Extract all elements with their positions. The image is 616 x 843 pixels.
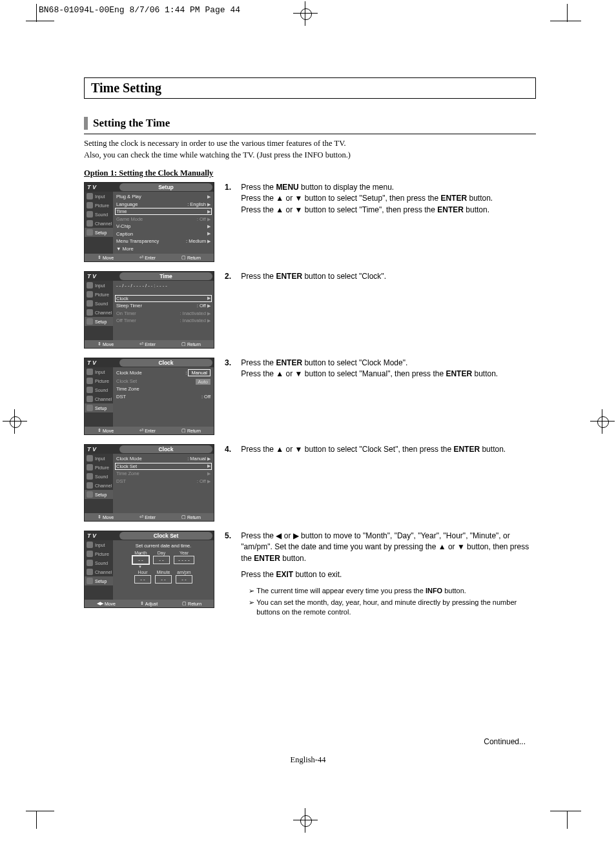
registration-mark-right	[594, 413, 611, 430]
note: You can set the month, day, year, hour, …	[249, 598, 535, 618]
option-title: Option 1: Setting the Clock Manually	[84, 168, 536, 178]
tv-screenshot-setup: T VSetup Input Picture Sound Channel Set…	[84, 182, 213, 262]
subsection-title: Setting the Time	[84, 117, 536, 130]
crop-mark	[550, 811, 581, 811]
tv-screenshot-time: T VTime Input Picture Sound Channel Setu…	[84, 271, 213, 349]
crop-mark	[567, 4, 568, 22]
section-title: Time Setting	[84, 77, 536, 99]
step-body: Press the ENTER button to select "Clock"…	[241, 271, 535, 287]
step-number: 3.	[225, 358, 239, 369]
continued-label: Continued...	[484, 737, 526, 746]
crop-mark	[26, 811, 54, 811]
registration-mark-bottom	[297, 812, 314, 829]
step-number: 4.	[225, 444, 239, 455]
tv-screenshot-clock-set-fields: T VClock Set Input Picture Sound Channel…	[84, 531, 213, 608]
page-number: English-44	[0, 755, 616, 765]
registration-mark-left	[6, 413, 23, 430]
crop-mark	[567, 811, 568, 829]
tv-screenshot-clock-set: T VClock Input Picture Sound Channel Set…	[84, 444, 213, 522]
step-body: Press the ◀ or ▶ button to move to "Mont…	[241, 531, 535, 619]
intro-text: Setting the clock is necessary in order …	[84, 138, 536, 161]
note: The current time will appear every time …	[249, 586, 535, 596]
tv-sidebar: Input Picture Sound Channel Setup	[85, 192, 113, 254]
step-body: Press the MENU button to display the men…	[241, 182, 535, 221]
print-header: BN68-01094L-00Eng 8/7/06 1:44 PM Page 44	[39, 5, 240, 15]
step-body: Press the ▲ or ▼ button to select "Clock…	[241, 444, 535, 460]
crop-mark	[36, 4, 37, 22]
step-number: 1.	[225, 182, 239, 193]
crop-mark	[26, 21, 54, 21]
registration-mark-top	[297, 5, 314, 22]
crop-mark	[550, 21, 581, 21]
tv-screenshot-clock-mode: T VClock Input Picture Sound Channel Set…	[84, 358, 213, 435]
step-body: Press the ENTER button to select "Clock …	[241, 358, 535, 385]
crop-mark	[36, 811, 37, 829]
step-number: 2.	[225, 271, 239, 282]
step-number: 5.	[225, 531, 239, 542]
